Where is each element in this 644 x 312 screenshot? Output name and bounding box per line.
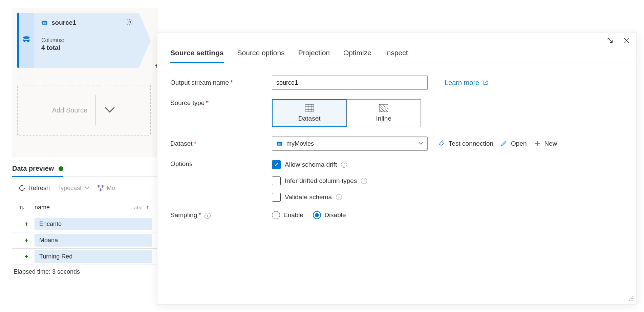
expand-icon[interactable] <box>606 37 614 44</box>
table-row[interactable]: + Turning Red <box>12 249 158 265</box>
test-connection-button[interactable]: Test connection <box>438 140 493 147</box>
svg-point-2 <box>129 21 131 23</box>
row-added-icon: + <box>18 253 35 260</box>
tab-projection[interactable]: Projection <box>298 49 330 63</box>
disable-label: Disable <box>324 211 346 219</box>
cell-name: Moana <box>35 234 152 247</box>
options-label: Options <box>170 160 272 168</box>
learn-more-link[interactable]: Learn more <box>445 79 489 87</box>
table-icon <box>305 104 314 112</box>
output-stream-input[interactable] <box>272 76 428 90</box>
typecast-label: Typecast <box>57 185 82 192</box>
refresh-icon <box>18 184 26 192</box>
table-row[interactable]: + Moana <box>12 232 158 249</box>
allow-drift-label: Allow schema drift <box>285 161 337 168</box>
edit-icon <box>500 140 508 147</box>
sort-icon[interactable] <box>146 205 152 211</box>
source-node-handle <box>17 13 34 68</box>
chevron-down-icon <box>84 186 90 190</box>
table-header-row: name abc <box>12 199 158 216</box>
checkbox-allow-drift[interactable] <box>272 160 281 169</box>
dataset-dropdown[interactable]: sql myMovies <box>272 137 428 151</box>
close-icon[interactable] <box>623 37 630 44</box>
tab-optimize[interactable]: Optimize <box>343 49 371 63</box>
resize-handle-icon[interactable] <box>627 295 634 301</box>
check-icon <box>274 162 279 167</box>
row-added-icon: + <box>18 221 35 228</box>
cell-name: Encanto <box>35 218 152 230</box>
svg-text:sql: sql <box>278 143 281 145</box>
status-dot-icon <box>59 166 63 171</box>
divider <box>95 95 96 125</box>
dataset-value: myMovies <box>286 140 314 147</box>
external-link-icon <box>482 80 489 86</box>
cell-name: Turning Red <box>35 250 152 263</box>
sql-icon: sql <box>41 19 48 26</box>
table-row[interactable]: + Encanto <box>12 216 158 232</box>
chevron-down-icon <box>418 142 423 145</box>
tab-inspect[interactable]: Inspect <box>385 49 408 63</box>
data-preview-label: Data preview <box>12 165 54 172</box>
svg-rect-3 <box>98 185 100 187</box>
source-type-inline[interactable]: Inline <box>347 99 421 127</box>
test-connection-label: Test connection <box>449 140 493 147</box>
source-node-title: source1 <box>51 19 76 26</box>
new-button[interactable]: New <box>534 140 557 147</box>
refresh-label: Refresh <box>28 185 50 192</box>
settings-panel: Source settings Source options Projectio… <box>157 32 637 305</box>
plus-icon <box>534 140 541 147</box>
settings-tabs: Source settings Source options Projectio… <box>157 33 636 63</box>
dataset-option-label: Dataset <box>298 115 320 122</box>
info-icon[interactable]: i <box>341 162 347 168</box>
source-type-dataset[interactable]: Dataset <box>272 99 347 127</box>
tab-source-settings[interactable]: Source settings <box>170 49 224 63</box>
checkbox-infer-drifted[interactable] <box>272 176 281 185</box>
new-label: New <box>544 140 557 147</box>
info-icon[interactable]: i <box>205 213 211 219</box>
info-icon[interactable]: i <box>336 194 342 200</box>
typecast-button[interactable]: Typecast <box>57 185 90 192</box>
dataset-label: Dataset* <box>170 140 272 147</box>
open-button[interactable]: Open <box>500 140 527 147</box>
chevron-down-icon[interactable] <box>104 106 115 114</box>
modify-label: Mo <box>107 185 115 192</box>
source-node-meta-value: 4 total <box>41 44 131 51</box>
flow-canvas: sql source1 Columns: 4 total + Add Sourc… <box>12 8 158 157</box>
add-source-box[interactable]: Add Source <box>17 85 151 136</box>
data-preview-table: name abc + Encanto + Moana + Turning Red <box>12 199 158 265</box>
info-icon[interactable]: i <box>361 178 367 184</box>
elapsed-time: Elapsed time: 3 seconds <box>12 265 158 279</box>
modify-button[interactable]: Mo <box>97 185 115 192</box>
tab-data-preview[interactable]: Data preview <box>12 162 63 177</box>
source-type-label: Source type* <box>170 99 272 107</box>
infer-drifted-label: Infer drifted column types <box>285 177 357 185</box>
radio-sampling-disable[interactable] <box>313 211 321 219</box>
database-icon <box>22 36 31 45</box>
svg-rect-6 <box>305 104 314 112</box>
source-node-meta-label: Columns: <box>41 37 131 43</box>
svg-rect-4 <box>102 185 103 187</box>
svg-text:sql: sql <box>43 22 46 24</box>
column-header-name[interactable]: name <box>35 204 134 211</box>
tab-source-options[interactable]: Source options <box>237 49 285 63</box>
sampling-label: Sampling* i <box>170 211 272 219</box>
sql-icon: sql <box>276 140 283 147</box>
inline-option-label: Inline <box>376 115 391 122</box>
open-label: Open <box>511 140 527 147</box>
radio-sampling-enable[interactable] <box>272 211 280 219</box>
inline-icon <box>379 104 388 112</box>
plug-icon <box>438 140 445 147</box>
output-stream-label: Output stream name* <box>170 79 272 86</box>
data-preview-panel: Data preview Refresh Typecast Mo name ab… <box>12 162 158 279</box>
gear-icon[interactable] <box>126 18 133 26</box>
add-source-label: Add Source <box>52 106 88 114</box>
source-node[interactable]: sql source1 Columns: 4 total + <box>17 13 139 68</box>
svg-rect-5 <box>100 189 102 191</box>
map-columns-icon <box>97 185 104 191</box>
column-type-label: abc <box>134 205 152 211</box>
validate-schema-label: Validate schema <box>285 193 332 201</box>
checkbox-validate-schema[interactable] <box>272 193 281 202</box>
refresh-button[interactable]: Refresh <box>18 184 50 192</box>
row-added-icon: + <box>18 237 35 244</box>
sort-icon[interactable] <box>18 204 35 211</box>
